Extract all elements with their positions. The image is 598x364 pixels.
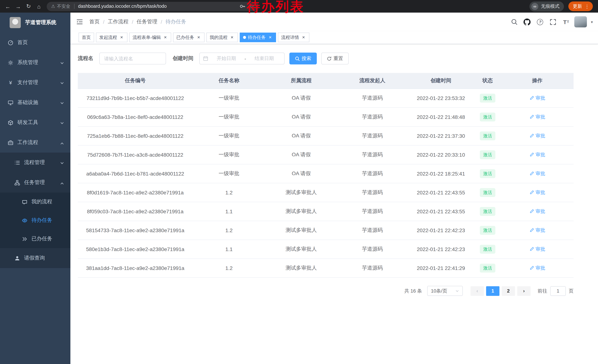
sidebar-item-my-processes[interactable]: 我的流程	[0, 193, 70, 211]
breadcrumb-home[interactable]: 首页	[89, 18, 100, 25]
help-icon[interactable]: ?	[535, 17, 545, 27]
browser-back-button[interactable]: ←	[3, 1, 13, 11]
process-name-input[interactable]	[99, 53, 166, 65]
cell-task-id: a6aba0a4-7b6d-11ec-b781-acde48001122	[78, 164, 193, 183]
cell-starter: 芋道源码	[337, 259, 407, 277]
tab-home[interactable]: 首页	[79, 32, 94, 42]
avatar[interactable]	[574, 16, 587, 27]
browser-menu-icon[interactable]: ⋮	[585, 4, 590, 9]
sidebar-toggle-icon[interactable]	[76, 18, 83, 25]
github-icon[interactable]	[523, 17, 532, 27]
approve-link[interactable]: 审批	[529, 227, 545, 234]
status-badge: 激活	[480, 131, 495, 140]
tab-label: 待办任务	[248, 34, 266, 40]
cell-task-id: 069c6a63-7b8a-11ec-8ef0-acde48001122	[78, 108, 193, 126]
page-size-select[interactable]: 10条/页	[427, 286, 463, 296]
prev-page-button[interactable]: ‹	[471, 286, 484, 296]
sidebar-item-label: 支付管理	[17, 79, 38, 86]
sidebar-item-home[interactable]: 首页	[0, 32, 70, 53]
question-mark-icon: ?	[537, 19, 543, 25]
table-row: 8f0d1619-7ac8-11ec-a9e2-a2380e71991a 1.2…	[78, 183, 573, 202]
address-bar[interactable]: ⚠ 不安全 dashboard.yudao.iocoder.cn/bpm/tas…	[47, 2, 259, 11]
search-button[interactable]: 搜索	[289, 53, 317, 65]
chevron-down-icon	[60, 60, 64, 66]
sidebar-item-todo-tasks[interactable]: 待办任务	[0, 211, 70, 230]
tab-todo-tasks[interactable]: 待办任务 ×	[240, 32, 276, 42]
sidebar-item-task-management[interactable]: 任务管理	[0, 173, 70, 193]
approve-link[interactable]: 审批	[529, 95, 545, 101]
tab-close-icon[interactable]: ×	[267, 35, 273, 40]
tab-close-icon[interactable]: ×	[301, 35, 306, 40]
breadcrumb-workflow[interactable]: 工作流程	[108, 18, 129, 25]
update-button[interactable]: 更新 ⋮	[568, 1, 593, 11]
tab-done-tasks[interactable]: 已办任务 ×	[173, 32, 205, 42]
tab-start-process[interactable]: 发起流程 ×	[96, 32, 127, 42]
chat-bubble-icon	[22, 199, 28, 205]
page-button-2[interactable]: 2	[502, 286, 515, 296]
search-icon[interactable]	[509, 17, 519, 27]
cell-process: 测试多审批人	[265, 202, 337, 221]
font-size-icon[interactable]: TT	[561, 17, 571, 27]
tab-process-form-edit[interactable]: 流程表单-编辑 ×	[129, 32, 171, 42]
navbar-tools: ? TT ▾	[509, 16, 598, 27]
next-page-button[interactable]: ›	[517, 286, 531, 296]
tab-close-icon[interactable]: ×	[119, 35, 124, 40]
tab-close-icon[interactable]: ×	[163, 35, 168, 40]
approve-link[interactable]: 审批	[529, 133, 545, 139]
approve-link[interactable]: 审批	[529, 246, 545, 252]
sidebar-item-workflow[interactable]: 工作流程	[0, 133, 70, 153]
goto-page-input[interactable]	[550, 286, 566, 296]
bookmark-star-icon[interactable]: ☆	[249, 3, 254, 9]
approve-link[interactable]: 审批	[529, 114, 545, 120]
sidebar-item-infrastructure[interactable]: 基础设施	[0, 93, 70, 113]
cell-task-id: 58154733-7ac8-11ec-a9e2-a2380e71991a	[78, 221, 193, 240]
approve-link[interactable]: 审批	[529, 170, 545, 177]
font-size-large-glyph: T	[563, 19, 566, 25]
status-badge: 激活	[480, 226, 495, 235]
cell-process: 测试多审批人	[265, 183, 337, 202]
cell-task-id: 8f0d1619-7ac8-11ec-a9e2-a2380e71991a	[78, 183, 193, 202]
person-icon	[14, 255, 20, 261]
sidebar-item-payment-management[interactable]: ¥ 支付管理	[0, 73, 70, 93]
fullscreen-icon[interactable]	[548, 17, 558, 27]
sidebar-item-done-tasks[interactable]: 已办任务	[0, 230, 70, 248]
edit-pen-icon	[529, 209, 534, 214]
select-caret-icon	[455, 289, 459, 293]
end-date-placeholder: 结束日期	[248, 55, 281, 62]
password-key-icon[interactable]	[240, 3, 245, 9]
cell-actions: 审批	[501, 145, 573, 164]
cell-task-name: 1.2	[193, 259, 265, 277]
edit-pen-icon	[529, 190, 534, 195]
sidebar-item-dev-tools[interactable]: 研发工具	[0, 113, 70, 133]
browser-home-button[interactable]: ⌂	[34, 1, 44, 11]
filter-bar: 流程名 创建时间 开始日期 - 结束日期 搜索 重	[78, 53, 598, 65]
status-badge: 激活	[480, 188, 495, 197]
sidebar-item-system-management[interactable]: 系统管理	[0, 53, 70, 73]
breadcrumb-task-management[interactable]: 任务管理	[137, 18, 158, 25]
incognito-badge: ∞ 无痕模式	[530, 1, 564, 11]
sidebar-item-leave-query[interactable]: 请假查询	[0, 248, 70, 268]
sidebar-item-process-management[interactable]: 流程管理	[0, 153, 70, 173]
tab-process-detail[interactable]: 流程详情 ×	[278, 32, 309, 42]
tab-label: 流程详情	[281, 34, 299, 40]
cell-status: 激活	[474, 108, 501, 126]
tab-my-processes[interactable]: 我的流程 ×	[206, 32, 238, 42]
approve-link[interactable]: 审批	[529, 189, 545, 196]
cell-task-name: 一级审批	[193, 164, 265, 183]
tab-close-icon[interactable]: ×	[229, 35, 234, 40]
browser-reload-button[interactable]: ↻	[24, 1, 33, 11]
cell-process: OA 请假	[265, 108, 337, 126]
date-range-picker[interactable]: 开始日期 - 结束日期	[199, 53, 284, 65]
approve-link-label: 审批	[536, 208, 545, 215]
status-badge: 激活	[480, 264, 495, 273]
browser-forward-button[interactable]: →	[13, 1, 23, 11]
table-header-row: 任务编号 任务名称 所属流程 流程发起人 创建时间 状态 操作	[78, 73, 573, 89]
approve-link[interactable]: 审批	[529, 152, 545, 158]
omnibox-divider	[74, 4, 75, 9]
reset-button[interactable]: 重置	[321, 53, 349, 65]
app-logo[interactable]: 芋道管理系统	[0, 13, 70, 32]
approve-link[interactable]: 审批	[529, 208, 545, 215]
tab-close-icon[interactable]: ×	[196, 35, 201, 40]
approve-link[interactable]: 审批	[529, 265, 545, 271]
page-button-1[interactable]: 1	[486, 286, 499, 296]
